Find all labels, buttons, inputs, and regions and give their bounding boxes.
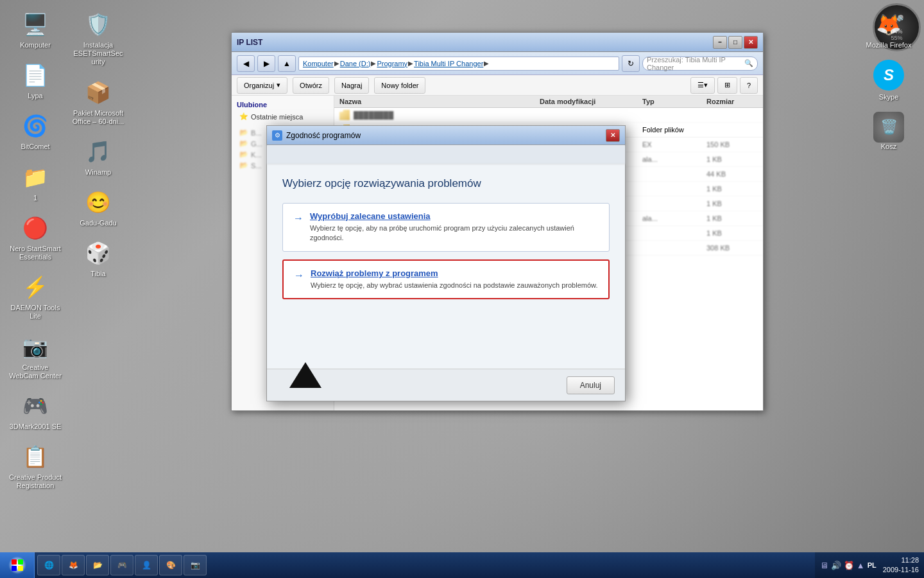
icon-1-label: 1 [33, 194, 37, 202]
minimize-button[interactable]: – [713, 36, 727, 49]
dialog-close-button[interactable]: ✕ [606, 129, 620, 142]
option-manual-content: Rozwiąż problemy z programem Wybierz tę … [311, 268, 597, 290]
taskbar-firefox[interactable]: 🦊 [62, 555, 85, 575]
desktop-icon-daemon[interactable]: ⚡ DAEMON Tools Lite [6, 269, 64, 323]
desktop-icon-lypa[interactable]: 📄 Lypa [6, 57, 64, 103]
desktop-icon-bitcomet[interactable]: 🌀 BitComet [6, 108, 64, 153]
addr-tibia[interactable]: Tibia Multi IP Changer [414, 60, 483, 67]
nav-blurred-4-label: S... [251, 162, 262, 170]
dialog-header-blurred [267, 145, 625, 164]
desktop-icon-creative-reg[interactable]: 📋 Creative Product Registration [6, 439, 64, 493]
nagraj-button[interactable]: Nagraj [334, 77, 369, 94]
search-icon: 🔍 [744, 59, 753, 67]
col-type[interactable]: Typ [642, 98, 706, 105]
close-button[interactable]: ✕ [744, 36, 758, 49]
nav-item-recent[interactable]: ⭐ Ostatnie miejsca [237, 111, 329, 122]
col-name[interactable]: Nazwa [339, 98, 540, 105]
col-size[interactable]: Rozmiar [706, 98, 758, 105]
komputer-label: Komputer [20, 41, 51, 49]
tibia-label: Tibia [90, 270, 105, 278]
explorer-controls: – □ ✕ [713, 36, 758, 49]
tibia-icon: 🎲 [83, 238, 114, 268]
svg-rect-3 [18, 566, 23, 571]
dialog-content: Wybierz opcję rozwiązywania problemów → … [267, 164, 625, 369]
back-button[interactable]: ◀ [237, 55, 255, 72]
option-recommended-content: Wypróbuj zalecane ustawienia Wybierz tę … [310, 211, 599, 243]
tray-network-icon: 🖥 [820, 561, 828, 570]
maximize-button[interactable]: □ [728, 36, 742, 49]
desktop-icon-3dmark[interactable]: 🎮 3DMark2001 SE [6, 388, 64, 434]
start-button[interactable] [0, 552, 35, 578]
taskbar-user[interactable]: 👤 [135, 555, 158, 575]
view-toggle[interactable]: ☰▾ [690, 77, 715, 94]
tray-icons: 🖥 🔊 ⏰ ▲ [820, 561, 865, 570]
desktop-icon-webcam[interactable]: 📷 Creative WebCam Center [6, 329, 64, 383]
file-size-8: 308 KB [706, 244, 758, 252]
option-arrow-2: → [294, 270, 304, 281]
svg-rect-0 [12, 559, 17, 565]
bitcomet-icon: 🌀 [20, 110, 51, 141]
up-button[interactable]: ▲ [278, 55, 296, 72]
dialog-controls: ✕ [606, 129, 620, 142]
skype-icon: S [873, 60, 904, 91]
explorer-actions-bar: Organizuj ▾ Otwórz Nagraj Nowy folder ☰▾… [232, 75, 763, 96]
nowy-folder-button[interactable]: Nowy folder [374, 77, 425, 94]
file-size-2: 1 KB [706, 155, 758, 163]
nav-blurred-3-label: K... [251, 151, 262, 159]
desktop-icon-kosz[interactable]: 🗑️ Kosz [860, 109, 918, 153]
skype-label: Skype [879, 93, 899, 101]
organizuj-button[interactable]: Organizuj ▾ [237, 77, 287, 94]
desktop-icon-gadu[interactable]: 😊 Gadu-Gadu [69, 184, 127, 230]
instalacja-label: Instalacja ESETSmartSecurity [72, 41, 124, 67]
desktop-icon-skype[interactable]: S Skype [860, 57, 918, 104]
option-recommended[interactable]: → Wypróbuj zalecane ustawienia Wybierz t… [282, 203, 610, 252]
desktop-icon-tibia[interactable]: 🎲 Tibia [69, 235, 127, 281]
desktop-icon-firefox[interactable]: 🦊 Mozilla Firefox [860, 6, 918, 52]
organizuj-arrow: ▾ [277, 81, 280, 89]
addr-sep1: ▶ [334, 60, 339, 67]
option-recommended-desc: Wybierz tę opcję, aby na próbę uruchomić… [310, 223, 599, 243]
otworz-button[interactable]: Otwórz [293, 77, 329, 94]
addr-dane[interactable]: Dane (D:) [340, 60, 371, 67]
compatibility-dialog: ⚙ Zgodność programów ✕ Wybierz opcję roz… [266, 125, 626, 401]
star-icon: ⭐ [239, 112, 248, 121]
file-type-2: ala... [642, 155, 706, 163]
taskbar-tibia[interactable]: 🎮 [110, 555, 133, 575]
option-manual[interactable]: → Rozwiąż problemy z programem Wybierz t… [282, 259, 610, 299]
file-size-7: 1 KB [706, 229, 758, 237]
arrow-head [289, 362, 321, 388]
desktop-icon-instalacja[interactable]: 🛡️ Instalacja ESETSmartSecurity [69, 6, 127, 69]
cancel-button[interactable]: Anuluj [567, 376, 615, 394]
taskbar-folder[interactable]: 📂 [86, 555, 109, 575]
nero-label: Nero StartSmart Essentials [9, 245, 62, 261]
addr-komputer[interactable]: Komputer [303, 60, 334, 67]
taskbar-paint[interactable]: 🎨 [159, 555, 182, 575]
tray-volume-icon[interactable]: 🔊 [831, 561, 841, 570]
refresh-button[interactable]: ↻ [622, 55, 640, 72]
desktop-icon-winamp[interactable]: 🎵 Winamp [69, 134, 127, 179]
option-manual-desc: Wybierz tę opcję, aby wybrać ustawienia … [311, 281, 597, 290]
help-button[interactable]: ? [740, 77, 758, 94]
lypa-label: Lypa [28, 92, 42, 100]
taskbar-camera[interactable]: 📷 [184, 555, 207, 575]
desktop-icon-pakiet[interactable]: 📦 Pakiet Microsoft Office – 60-dni... [69, 74, 127, 128]
preview-pane[interactable]: ⊞ [717, 77, 737, 94]
pakiet-label: Pakiet Microsoft Office – 60-dni... [72, 109, 124, 126]
address-bar[interactable]: Komputer ▶ Dane (D:) ▶ Programy ▶ Tibia … [298, 57, 619, 71]
daemon-label: DAEMON Tools Lite [9, 304, 62, 320]
search-bar[interactable]: Przeszukaj: Tibia Multi IP Changer 🔍 [642, 57, 758, 71]
language-indicator: PL [868, 561, 877, 569]
taskbar-ie[interactable]: 🌐 [37, 555, 60, 575]
file-name-blurred-top: ████████ [339, 110, 540, 120]
desktop-icon-komputer[interactable]: 🖥️ Komputer [6, 6, 64, 52]
file-row-blurred-top[interactable]: ████████ [334, 108, 763, 123]
nowy-folder-label: Nowy folder [381, 82, 418, 89]
addr-programy[interactable]: Programy [377, 60, 407, 67]
col-modified[interactable]: Data modyfikacji [540, 98, 642, 105]
desktop-icon-nero[interactable]: 🔴 Nero StartSmart Essentials [6, 210, 64, 264]
nav-blurred-2-label: G... [251, 140, 262, 148]
desktop-icon-1[interactable]: 📁 1 [6, 159, 64, 205]
forward-button[interactable]: ▶ [257, 55, 275, 72]
taskbar: 🌐 🦊 📂 🎮 👤 🎨 📷 🖥 🔊 ⏰ ▲ PL 11:28 2009-11-1… [0, 552, 924, 578]
lypa-icon: 📄 [20, 60, 51, 91]
